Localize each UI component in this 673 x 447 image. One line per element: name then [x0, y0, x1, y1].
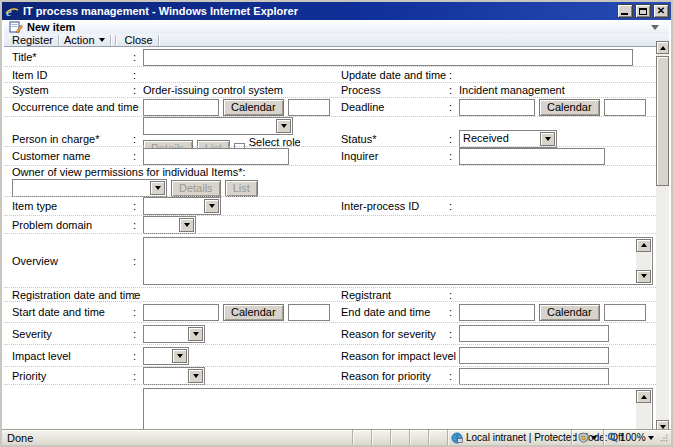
- safety-icon: [578, 432, 589, 443]
- scroll-down-icon[interactable]: [636, 270, 651, 283]
- close-button[interactable]: Close: [120, 34, 158, 46]
- scrollbar-thumb[interactable]: [656, 56, 669, 186]
- start-time-input[interactable]: [288, 304, 330, 321]
- page-scrollbar[interactable]: [656, 41, 669, 433]
- occurrence-time-input[interactable]: [288, 99, 330, 116]
- work-status-textarea[interactable]: [143, 388, 653, 433]
- scroll-up-icon[interactable]: [636, 390, 651, 403]
- item-id-label: Item ID: [4, 69, 133, 81]
- end-date-input[interactable]: [459, 304, 535, 321]
- occurrence-calendar-button[interactable]: Calendar: [223, 99, 284, 116]
- registrant-label: Registrant: [341, 289, 449, 301]
- title-bar: e IT process management - Windows Intern…: [2, 2, 671, 20]
- priority-label: Priority: [4, 370, 133, 382]
- new-item-icon: [9, 20, 23, 35]
- impact-level-select[interactable]: [143, 347, 189, 365]
- status-select[interactable]: Received: [459, 130, 557, 148]
- problem-domain-label: Problem domain: [4, 219, 133, 231]
- work-status-scrollbar[interactable]: [636, 390, 651, 433]
- zoom-icon: [607, 432, 618, 443]
- start-calendar-button[interactable]: Calendar: [223, 304, 284, 321]
- deadline-label: Deadline: [341, 101, 449, 113]
- register-button[interactable]: Register: [7, 34, 58, 46]
- start-date-input[interactable]: [143, 304, 219, 321]
- reason-priority-input[interactable]: [459, 368, 609, 385]
- maximize-icon[interactable]: [635, 4, 651, 18]
- menu-separator: [110, 35, 111, 46]
- end-calendar-button[interactable]: Calendar: [539, 304, 600, 321]
- row-item-type: Item type : Inter-process ID :: [4, 196, 660, 215]
- severity-label: Severity: [4, 328, 133, 340]
- menu-bar: Register Action Close: [4, 34, 669, 47]
- occurrence-label: Occurrence date and time: [4, 101, 133, 113]
- status-bar: Done Local intranet | Protected Mode: Of…: [2, 429, 671, 445]
- page-title: New item: [23, 21, 75, 33]
- process-value: Incident management: [459, 84, 565, 96]
- minimize-icon[interactable]: [617, 4, 633, 18]
- impact-level-label: Impact level: [4, 350, 133, 362]
- status-pane: [371, 430, 390, 445]
- system-label: System: [4, 84, 133, 96]
- customer-name-label: Customer name: [4, 150, 133, 162]
- close-icon[interactable]: ✕: [653, 4, 669, 18]
- page-header: New item: [4, 20, 669, 34]
- owner-permissions-label: Owner of view permissions for individual…: [12, 166, 660, 179]
- resize-grip-icon[interactable]: [657, 430, 671, 445]
- owner-permissions-select[interactable]: [12, 179, 167, 197]
- intranet-zone-icon: [451, 432, 463, 444]
- status-selected-value: Received: [463, 132, 509, 144]
- status-pane: [428, 430, 447, 445]
- problem-domain-select[interactable]: [143, 216, 196, 234]
- deadline-calendar-button[interactable]: Calendar: [539, 99, 600, 116]
- row-impact-level: Impact level : Reason for impact level :: [4, 344, 660, 366]
- safety-pane[interactable]: [571, 430, 603, 445]
- chevron-down-icon[interactable]: [651, 25, 659, 30]
- window-title: IT process management - Windows Internet…: [19, 5, 617, 17]
- row-work-status: Work status :: [4, 384, 660, 433]
- end-time-input[interactable]: [604, 304, 646, 321]
- status-label: Status*: [341, 133, 449, 145]
- status-pane: [352, 430, 371, 445]
- reason-priority-label: Reason for priority: [341, 370, 449, 382]
- row-occurrence: Occurrence date and time : Calendar Dead…: [4, 97, 660, 116]
- row-severity: Severity : Reason for severity :: [4, 322, 660, 344]
- occurrence-date-input[interactable]: [143, 99, 219, 116]
- deadline-time-input[interactable]: [604, 99, 646, 116]
- zoom-pane[interactable]: 100%: [603, 430, 657, 445]
- action-menu-button[interactable]: Action: [59, 34, 110, 46]
- severity-select[interactable]: [143, 325, 205, 343]
- item-type-label: Item type: [4, 200, 133, 212]
- reason-severity-input[interactable]: [459, 325, 609, 342]
- row-item-id: Item ID : Update date and time :: [4, 66, 660, 82]
- scroll-up-icon[interactable]: [636, 239, 651, 252]
- customer-name-input[interactable]: [143, 148, 289, 165]
- menu-separator: [115, 35, 116, 46]
- row-start-end-date: Start date and time : Calendar End date …: [4, 301, 660, 322]
- person-in-charge-select[interactable]: [143, 117, 293, 135]
- scroll-up-icon[interactable]: [656, 41, 669, 54]
- zoom-dropdown-icon: [648, 436, 654, 440]
- overview-textarea[interactable]: [143, 237, 653, 285]
- row-overview: Overview :: [4, 233, 660, 287]
- row-customer-name: Customer name : Inquirer :: [4, 146, 660, 165]
- inquirer-input[interactable]: [459, 148, 605, 165]
- inter-process-id-label: Inter-process ID: [341, 200, 449, 212]
- zoom-level: 100%: [620, 432, 646, 443]
- row-problem-domain: Problem domain :: [4, 215, 660, 233]
- row-system: System : Order-issuing control system Pr…: [4, 82, 660, 97]
- reason-severity-label: Reason for severity: [341, 328, 449, 340]
- title-input[interactable]: [143, 49, 633, 66]
- row-priority: Priority : Reason for priority :: [4, 366, 660, 384]
- row-registration: Registration date and time : Registrant …: [4, 287, 660, 301]
- deadline-date-input[interactable]: [459, 99, 535, 116]
- owner-list-button[interactable]: List: [225, 180, 258, 197]
- end-date-label: End date and time: [341, 306, 449, 318]
- registration-date-label: Registration date and time: [4, 289, 133, 301]
- priority-select[interactable]: [143, 367, 205, 385]
- owner-details-button[interactable]: Details: [171, 180, 221, 197]
- item-type-select[interactable]: [143, 197, 221, 215]
- overview-scrollbar[interactable]: [636, 239, 651, 283]
- safety-dropdown-icon: [591, 436, 597, 440]
- reason-impact-input[interactable]: [459, 347, 609, 364]
- row-owner-permissions: Owner of view permissions for individual…: [4, 165, 660, 196]
